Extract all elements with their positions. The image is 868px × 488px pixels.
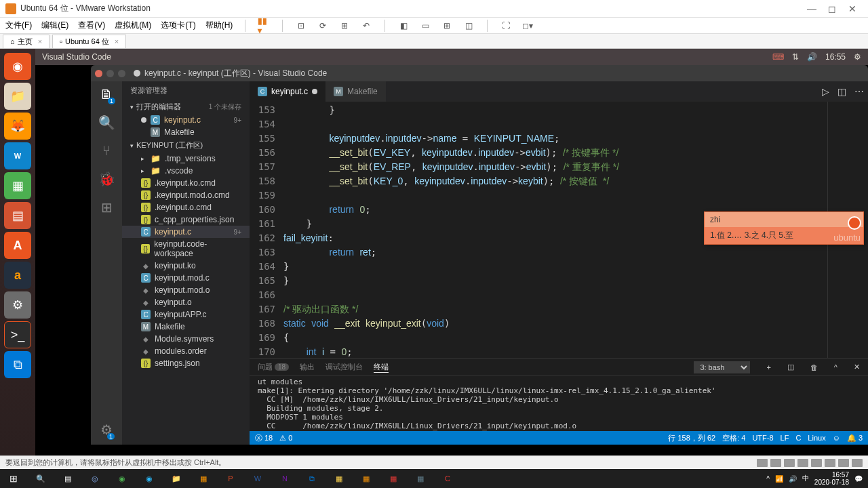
file-item[interactable]: MMakefile: [122, 321, 250, 333]
error-count[interactable]: ⓧ 18: [255, 433, 273, 443]
scm-icon[interactable]: ⑂: [102, 143, 111, 159]
file-item[interactable]: ◆keyinput.mod.o: [122, 284, 250, 296]
fullscreen-icon[interactable]: ⛶: [500, 20, 512, 32]
pause-icon[interactable]: ▮▮ ▾: [258, 20, 270, 32]
file-item[interactable]: {}.keyinput.o.cmd: [122, 201, 250, 214]
snapshot-icon[interactable]: ⟳: [317, 20, 329, 32]
unity-icon[interactable]: ◧: [397, 20, 410, 32]
explorer-icon[interactable]: 🗎1: [100, 87, 113, 102]
terminal-select[interactable]: 3: bash: [694, 361, 750, 373]
more-icon[interactable]: ⋯: [850, 86, 868, 97]
menu-tabs[interactable]: 选项卡(T): [161, 20, 195, 31]
launcher-settings[interactable]: ⚙: [4, 291, 31, 319]
file-item[interactable]: {}.keyinput.mod.o.cmd: [122, 189, 250, 201]
extensions-icon[interactable]: ⊞: [101, 199, 113, 216]
launcher-amazon[interactable]: a: [4, 262, 31, 289]
tab-problems[interactable]: 问题18: [258, 362, 289, 372]
file-item[interactable]: {}settings.json: [122, 357, 250, 369]
taskbar-onenote[interactable]: N: [271, 469, 298, 488]
device-icon[interactable]: [757, 459, 768, 467]
taskbar-vscode[interactable]: ⧉: [298, 469, 326, 488]
minimize-button[interactable]: —: [802, 3, 822, 14]
language[interactable]: C: [795, 434, 801, 442]
file-item[interactable]: ◆modules.order: [122, 345, 250, 357]
ime-popup[interactable]: zhi 1.值 2.… 3.之 4.只 5.至 ubuntu: [704, 211, 864, 245]
launcher-firefox[interactable]: 🦊: [4, 113, 31, 140]
multi-mon-icon[interactable]: ◫: [462, 20, 475, 32]
vmware-tab-home[interactable]: ⌂ 主页 ×: [3, 35, 50, 48]
file-item[interactable]: ▸📁.vscode: [122, 165, 250, 177]
open-editors-section[interactable]: ▾ 打开的编辑器 1 个未保存: [122, 100, 250, 114]
file-item[interactable]: ◆keyinput.ko: [122, 260, 250, 272]
file-item[interactable]: ▸📁.tmp_versions: [122, 152, 250, 165]
cursor-position[interactable]: 行 158，列 62: [668, 433, 715, 443]
sound-icon[interactable]: 🔊: [807, 52, 817, 62]
close-icon[interactable]: ×: [115, 37, 119, 45]
view-icon[interactable]: ▭: [419, 20, 431, 32]
device-icon[interactable]: [784, 459, 795, 467]
notifications-icon[interactable]: 💬: [854, 475, 863, 483]
close-icon[interactable]: ×: [38, 37, 42, 45]
encoding[interactable]: UTF-8: [752, 434, 773, 442]
tab-terminal[interactable]: 终端: [374, 362, 389, 373]
editor-tab[interactable]: MMakefile: [326, 81, 386, 102]
start-button[interactable]: ⊞: [0, 469, 27, 488]
stretch-icon[interactable]: ◻▾: [521, 20, 534, 32]
maximize-dot[interactable]: [118, 70, 125, 77]
tray-chevron-icon[interactable]: ^: [766, 475, 770, 483]
launcher-impress[interactable]: ▤: [4, 202, 31, 229]
thumbnails-icon[interactable]: ⊞: [441, 20, 453, 32]
launcher-software[interactable]: A: [4, 232, 31, 259]
open-editor-item[interactable]: MMakefile: [122, 126, 250, 138]
maximize-button[interactable]: ◻: [822, 3, 842, 14]
open-editor-item[interactable]: Ckeyinput.c9+: [122, 114, 250, 126]
run-icon[interactable]: ▷: [818, 86, 833, 97]
taskbar-explorer[interactable]: 📁: [163, 469, 190, 488]
device-icon[interactable]: [838, 459, 849, 467]
taskbar-app[interactable]: ▦: [407, 469, 434, 488]
tray-sound-icon[interactable]: 🔊: [789, 475, 797, 483]
taskbar-app[interactable]: ▦: [380, 469, 407, 488]
new-terminal-icon[interactable]: +: [766, 363, 770, 371]
menu-edit[interactable]: 编辑(E): [41, 20, 68, 31]
menu-view[interactable]: 查看(V): [78, 20, 105, 31]
tab-output[interactable]: 输出: [300, 362, 315, 372]
debug-icon[interactable]: 🐞: [98, 171, 115, 187]
file-item[interactable]: {}c_cpp_properties.json: [122, 214, 250, 226]
network-icon[interactable]: ⇅: [792, 52, 799, 62]
os[interactable]: Linux: [808, 434, 825, 442]
minimize-dot[interactable]: [106, 70, 114, 77]
tray-ime[interactable]: 中: [802, 474, 809, 483]
warning-count[interactable]: ⚠ 0: [279, 434, 292, 443]
device-icon[interactable]: [797, 459, 808, 467]
menu-vm[interactable]: 虚拟机(M): [115, 20, 151, 31]
device-icon[interactable]: [811, 459, 822, 467]
editor-tab[interactable]: Ckeyinput.c: [250, 81, 326, 102]
launcher-vscode[interactable]: ⧉: [4, 351, 31, 378]
file-item[interactable]: CkeyinputAPP.c: [122, 308, 250, 321]
tray-wifi-icon[interactable]: 📶: [775, 475, 783, 483]
launcher-files[interactable]: 📁: [4, 83, 31, 110]
launcher-dash[interactable]: ◉: [4, 53, 31, 80]
file-item[interactable]: Ckeyinput.mod.c: [122, 272, 250, 284]
workspace-section[interactable]: ▾ KEYINPUT (工作区): [122, 138, 250, 152]
menu-help[interactable]: 帮助(H): [205, 20, 233, 31]
close-button[interactable]: ✕: [842, 3, 863, 14]
maximize-terminal-icon[interactable]: ^: [834, 363, 837, 371]
file-item[interactable]: {}keyinput.code-workspace: [122, 238, 250, 260]
launcher-terminal[interactable]: >_: [4, 321, 31, 348]
snapshot-mgr-icon[interactable]: ⊞: [338, 20, 351, 32]
close-terminal-icon[interactable]: ✕: [854, 363, 860, 371]
taskbar-word[interactable]: W: [244, 469, 271, 488]
launcher-writer[interactable]: W: [4, 142, 31, 169]
menu-file[interactable]: 文件(F): [5, 20, 32, 31]
device-icon[interactable]: [852, 459, 863, 467]
taskbar-app[interactable]: ◉: [108, 469, 136, 488]
taskbar-app[interactable]: C: [434, 469, 461, 488]
file-item[interactable]: ◆Module.symvers: [122, 333, 250, 345]
editor-content[interactable]: 153 154 155 156 157 158 159 160 161 162 …: [250, 102, 868, 358]
split-terminal-icon[interactable]: ◫: [787, 363, 794, 371]
task-view-icon[interactable]: ▤: [54, 469, 81, 488]
file-item[interactable]: ◆keyinput.o: [122, 296, 250, 308]
indentation[interactable]: 空格: 4: [722, 433, 745, 443]
